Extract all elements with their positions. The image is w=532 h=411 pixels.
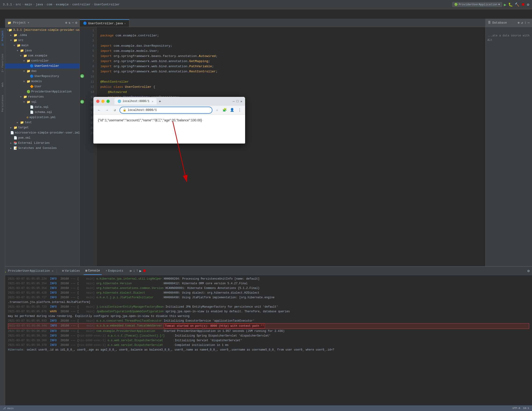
panel-title: Project [13,21,26,25]
tree-comexample[interactable]: ▼ 📁 com.example [5,53,80,58]
web-tab[interactable]: Web [1,81,4,88]
extensions-icon[interactable]: 🧩 [221,107,228,113]
tree-root[interactable]: ▼ 📁 3.3.1 [microservice-simple-provider-… [5,28,80,33]
bc-example[interactable]: example [56,3,69,6]
refresh-icon[interactable]: ⇅ [69,21,70,25]
tree-user[interactable]: 🔶 User [5,84,80,89]
debug-button[interactable]: 🐛 [508,2,513,7]
bc-main[interactable]: main [25,3,32,6]
address-bar[interactable]: 🔒 localhost:8000/1 [120,107,212,114]
bookmark-icon[interactable]: ☆ [214,107,220,113]
refresh-button[interactable]: ↺ [112,107,118,113]
db-arrow-icon[interactable]: ↕ [524,21,526,25]
tree-target[interactable]: ▶ 📁 target [5,125,80,130]
back-button[interactable]: ← [96,107,102,113]
endpoints-icon: ⚡ [105,269,107,273]
log-line: 2021-03-07 01:05:39.370 INFO 20160 --- [… [8,343,529,347]
run-button[interactable]: ▶ [504,2,507,7]
tree-sql[interactable]: ▼ 📁 sql [5,99,80,104]
browser-titlebar: 🌐 localhost:8000/1 ✕ ＋ — □ ✕ [93,97,245,106]
tree-controller[interactable]: ▼ 📁 controller [5,58,80,64]
browser-min-btn[interactable] [101,100,104,103]
tree-dao[interactable]: ▼ 📁 dao [5,69,80,74]
tree-scratches[interactable]: ▶ 📝 Scratches and Consoles [5,146,80,151]
debug-tab-endpoints[interactable]: ⚡ Endpoints [104,267,125,275]
bc-usercontroller[interactable]: UserController [94,3,120,6]
json-response: {"id":1,"username":"account1","name":"张三… [98,118,202,122]
tree-extlibs[interactable]: ▶ 📚 External Libraries [5,140,80,146]
app-name: ProviderUserApplication [459,3,497,6]
tree-schemasql[interactable]: 📄 schema.sql [5,110,80,115]
settings-button[interactable]: ⚙ [527,2,529,7]
resume-icon[interactable]: ▶ [139,269,142,273]
tab-usercontroller[interactable]: 🔵 UserController.java ✕ [80,19,129,27]
console-area[interactable]: 2021-03-07 01:05:05.224 INFO 20160 --- [… [5,275,532,411]
tree-iml[interactable]: 📄 microservice-simple-provider-user.iml [5,130,80,135]
tree-appyml[interactable]: ⚙ application.yml [5,115,80,120]
step-out-icon[interactable]: ↑ [136,269,138,273]
line-col: 16:1 [523,407,529,410]
lock-icon: 🔒 [123,108,126,112]
stop-debug-icon[interactable]: ⏹ [143,269,146,273]
collapse-icon[interactable]: — [72,21,74,25]
tree-provideruserapp[interactable]: 🟢 ProviderUserApplication [5,89,80,94]
tree-src[interactable]: ▼ 📁 src [5,38,80,43]
win-close-icon[interactable]: ✕ [240,99,242,103]
browser-tab[interactable]: 🌐 localhost:8000/1 ✕ [114,98,157,104]
tab-close-btn[interactable]: ✕ [152,100,153,103]
panel-header: 📁 Project ▼ ⊕ ⇅ — ⚙ [5,19,80,27]
browser-max-btn[interactable] [106,100,110,103]
favorites-tab[interactable]: 2~ Favorites [1,52,4,74]
profile-icon[interactable]: 👤 [229,107,235,113]
tree-java[interactable]: ▼ 📁 java [5,48,80,53]
step-over-icon[interactable]: ⊳ [130,269,132,273]
win-restore-icon[interactable]: □ [237,99,238,103]
persistence-tab[interactable]: Persistence [1,93,4,113]
debug-settings-icon[interactable]: ⚙ [527,269,530,273]
forward-button[interactable]: → [104,107,110,113]
log-continuation2: may be performed during view rendering. … [8,314,529,318]
browser-close-btn[interactable] [96,100,99,103]
browser-toolbar-icons: ☆ 🧩 👤 ⋮ [214,107,243,113]
tree-idea[interactable]: ▶ 📁 .idea [5,33,80,38]
project-tab[interactable]: 1: Project [1,29,4,47]
url-text: localhost:8000/1 [128,108,209,112]
tree-pom[interactable]: 📄 pom.xml [5,135,80,140]
debug-main: ▶ ⏸ ⏹ ↺ 2021-03-07 01:05:05.224 INFO 201… [0,275,532,411]
tree-datasql[interactable]: 📄 data.sql [5,104,80,110]
stop-button[interactable]: ⏹ [521,2,525,7]
status-bar: ⎇ main UTF-8 16:1 [0,405,532,411]
bc-controller[interactable]: controller [72,3,91,6]
db-more-icon[interactable]: ⋯ [528,21,530,25]
breadcrumb: 3.3.1 › src › main › java › com › exampl… [3,3,120,6]
tree-main[interactable]: ▼ 📁 main [5,43,80,48]
bottom-section: 🐛 ProviderUserApplication ✕ ⊞ Variables … [0,266,532,411]
bc-src[interactable]: src [16,3,21,6]
debug-tab-console[interactable]: ▤ Console [84,267,102,275]
new-tab-btn[interactable]: ＋ [158,99,162,104]
tree-resources[interactable]: ▼ 📁 resources [5,94,80,99]
db-refresh-icon[interactable]: ↺ [521,21,523,25]
tree-models[interactable]: ▼ 📁 models [5,79,80,84]
build-button[interactable]: 🔨 [515,2,519,7]
tab-close[interactable]: ✕ [124,22,126,25]
bc-java[interactable]: java [36,3,43,6]
debug-tab-variables[interactable]: ⊞ Variables [60,267,82,275]
menu-icon[interactable]: ⋮ [236,107,243,113]
database-header: 🗄 Database ⊕ ↺ ↕ ⋯ [485,19,532,27]
bc-com[interactable]: com [47,3,52,6]
log-line-highlight: 2021-03-07 01:05:06.046 INFO 20160 --- [… [8,323,529,329]
dropdown-icon: ▼ [498,3,500,6]
console-label: Console [88,269,100,272]
db-add-icon[interactable]: ⊕ [518,21,519,25]
debug-close[interactable]: ✕ [52,269,53,273]
tree-test[interactable]: ▶ 📁 test [5,120,80,125]
gear-icon[interactable]: ⚙ [76,21,77,25]
tree-userrepo[interactable]: 🔵 UserRepository [5,74,80,79]
win-min-icon[interactable]: — [233,99,235,103]
tree-usercontroller[interactable]: 🔵 UserController [5,64,80,69]
app-selector[interactable]: 🟢 ProviderUserApplication ▼ [452,2,502,7]
log-line: 2021-03-07 01:05:05.420 INFO 20160 --- [… [8,290,529,295]
step-into-icon[interactable]: ↓ [133,269,135,273]
sync-icon[interactable]: ⊕ [65,21,67,25]
